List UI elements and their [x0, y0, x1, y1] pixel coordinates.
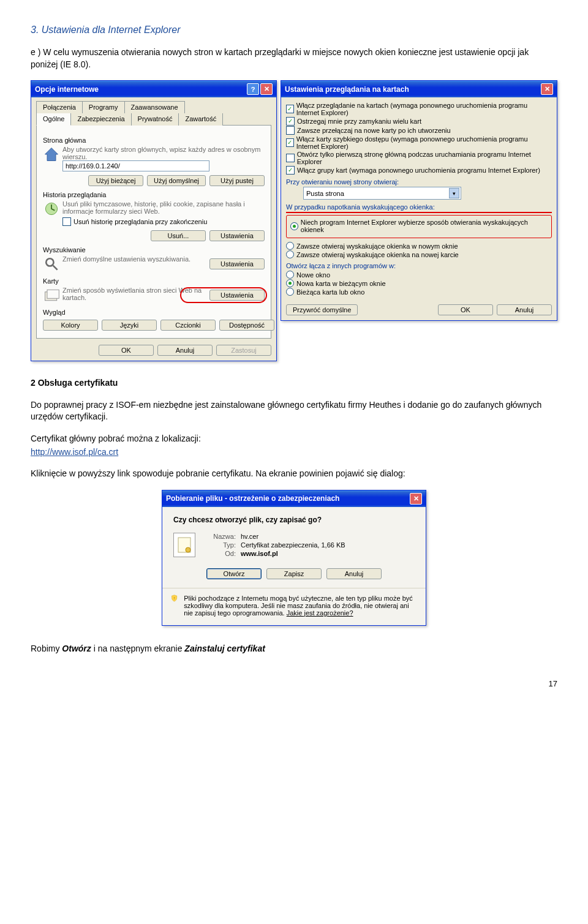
radio-ext-current-tab[interactable]: [286, 279, 294, 287]
languages-button[interactable]: Języki: [102, 320, 157, 331]
lbl: Włącz przeglądanie na kartach (wymaga po…: [296, 102, 552, 116]
titlebar-download[interactable]: Pobieranie pliku - ostrzeżenie o zabezpi…: [162, 490, 426, 507]
accessibility-button[interactable]: Dostępność: [219, 320, 274, 331]
cancel-button[interactable]: Anuluj: [326, 568, 382, 579]
delete-on-exit-label: Usuń historię przeglądania przy zakończe…: [74, 218, 207, 225]
chk-tab-groups[interactable]: [286, 166, 295, 175]
svg-point-2: [46, 258, 53, 266]
chk-quick-tabs[interactable]: [286, 138, 294, 147]
filetype: Certyfikat zabezpieczenia, 1,66 KB: [241, 541, 345, 549]
lbl: Ostrzegaj mnie przy zamykaniu wielu kart: [297, 118, 421, 125]
risk-link[interactable]: Jakie jest zagrożenie?: [287, 609, 353, 617]
lbl: Niech program Internet Explorer wybierze…: [301, 219, 548, 233]
close-icon[interactable]: ✕: [541, 83, 553, 95]
tab-ogolne[interactable]: Ogólne: [36, 113, 71, 126]
cancel-button[interactable]: Anuluj: [497, 304, 552, 315]
use-current-button[interactable]: Użyj bieżącej: [88, 175, 143, 186]
section-heading: 3. Ustawienia dla Internet Explorer: [31, 24, 557, 36]
tabs-icon: [43, 287, 60, 304]
filesource: www.isof.pl: [241, 550, 278, 557]
home-url-input[interactable]: [62, 160, 209, 171]
titlebar[interactable]: Opcje internetowe ? ✕: [31, 81, 276, 97]
tab-prywatnosc[interactable]: Prywatność: [131, 113, 179, 126]
chevron-down-icon[interactable]: ▾: [449, 188, 459, 198]
radio-ext-new-window[interactable]: [286, 271, 294, 279]
k: Od:: [200, 550, 236, 557]
intro-paragraph: e ) W celu wymuszenia otwierania nowych …: [31, 47, 557, 70]
lbl: Włącz grupy kart (wymaga ponownego uruch…: [297, 167, 540, 174]
warning-text: Pliki pochodzące z Internetu mogą być uż…: [184, 595, 417, 617]
home-desc: Aby utworzyć karty stron głównych, wpisz…: [62, 146, 265, 160]
svg-marker-0: [45, 148, 58, 161]
svg-point-7: [186, 547, 190, 552]
svg-line-3: [53, 266, 58, 270]
chk-enable-tabs[interactable]: [286, 105, 294, 113]
ok-button[interactable]: OK: [438, 304, 493, 315]
file-download-dialog: Pobieranie pliku - ostrzeżenie o zabezpi…: [162, 490, 426, 626]
filename: hv.cer: [241, 533, 258, 540]
new-page-combo[interactable]: Pusta strona ▾: [303, 187, 461, 200]
search-settings-button[interactable]: Ustawienia: [209, 258, 265, 269]
home-icon: [43, 146, 60, 163]
group-appearance: Wygląd: [43, 309, 265, 316]
lbl: Nowa karta w bieżącym oknie: [296, 280, 386, 287]
help-icon[interactable]: ?: [247, 83, 259, 95]
lbl: Bieżąca karta lub okno: [296, 288, 364, 296]
use-default-button[interactable]: Użyj domyślnej: [147, 175, 206, 186]
group-tabs: Karty: [43, 277, 265, 285]
radio-ext-current-window[interactable]: [286, 288, 294, 296]
save-button[interactable]: Zapisz: [266, 568, 322, 579]
ok-button[interactable]: OK: [99, 345, 154, 356]
search-icon: [43, 255, 60, 272]
shield-icon: !: [171, 595, 178, 614]
lbl: Zawsze przełączaj na nowe karty po ich u…: [297, 127, 451, 134]
certificate-icon: [173, 533, 195, 557]
group-search: Wyszukiwanie: [43, 246, 265, 254]
close-icon[interactable]: ✕: [260, 83, 273, 95]
tab-zawartosc[interactable]: Zawartość: [178, 113, 223, 126]
chk-warn-close[interactable]: [286, 117, 295, 126]
fonts-button[interactable]: Czcionki: [160, 320, 216, 331]
chk-first-home[interactable]: [286, 154, 295, 162]
radio-new-tab[interactable]: [286, 250, 294, 258]
download-question: Czy chcesz otworzyć plik, czy zapisać go…: [173, 516, 415, 524]
titlebar-tabs[interactable]: Ustawienia przeglądania na kartach ✕: [281, 81, 557, 97]
restore-defaults-button[interactable]: Przywróć domyślne: [286, 304, 358, 315]
chk-switch-new[interactable]: [286, 126, 295, 135]
apply-button: Zastosuj: [216, 345, 271, 356]
tab-zabezpieczenia[interactable]: Zabezpieczenia: [70, 113, 131, 126]
open-button[interactable]: Otwórz: [206, 568, 262, 579]
tab-zaawansowane[interactable]: Zaawansowane: [124, 101, 185, 113]
heading-popups: W przypadku napotkania wyskakującego oki…: [286, 203, 552, 211]
history-icon: [43, 200, 60, 217]
tab-polaczenia[interactable]: Połączenia: [36, 101, 83, 113]
red-highlight: [180, 287, 267, 303]
delete-on-exit-checkbox[interactable]: [62, 217, 71, 226]
heading-new-page: Przy otwieraniu nowej strony otwieraj:: [286, 178, 552, 186]
use-blank-button[interactable]: Użyj pustej: [209, 175, 265, 186]
radio-let-ie[interactable]: [290, 222, 298, 230]
footer-instruction: Robimy Otwórz i na następnym ekranie Zai…: [31, 643, 557, 655]
title-text: Ustawienia przeglądania na kartach: [285, 85, 409, 94]
k: Typ:: [200, 541, 236, 549]
radio-new-window[interactable]: [286, 242, 294, 250]
delete-button[interactable]: Usuń...: [151, 230, 206, 241]
colors-button[interactable]: Kolory: [43, 320, 98, 331]
cert-link[interactable]: http://www.isof.pl/ca.crt: [31, 447, 118, 457]
group-history: Historia przeglądania: [43, 191, 265, 198]
page-number: 17: [31, 679, 557, 688]
history-desc: Usuń pliki tymczasowe, historię, pliki c…: [62, 200, 265, 215]
internet-options-dialog: Opcje internetowe ? ✕ Połączenia Program…: [31, 80, 277, 361]
tab-settings-dialog: Ustawienia przeglądania na kartach ✕ Włą…: [281, 80, 557, 321]
history-settings-button[interactable]: Ustawienia: [209, 230, 265, 241]
svg-rect-5: [47, 290, 59, 298]
tab-programy[interactable]: Programy: [82, 101, 125, 113]
lbl: Włącz karty szybkiego dostępu (wymaga po…: [296, 135, 552, 150]
close-icon[interactable]: ✕: [410, 493, 422, 505]
lbl: Zawsze otwieraj wyskakujące okienka w no…: [296, 242, 458, 250]
search-desc: Zmień domyślne ustawienia wyszukiwania.: [62, 255, 209, 263]
group-home: Strona główna: [43, 137, 265, 144]
cancel-button[interactable]: Anuluj: [157, 345, 213, 356]
k: Nazwa:: [200, 533, 236, 540]
combo-value: Pusta strona: [306, 190, 344, 197]
